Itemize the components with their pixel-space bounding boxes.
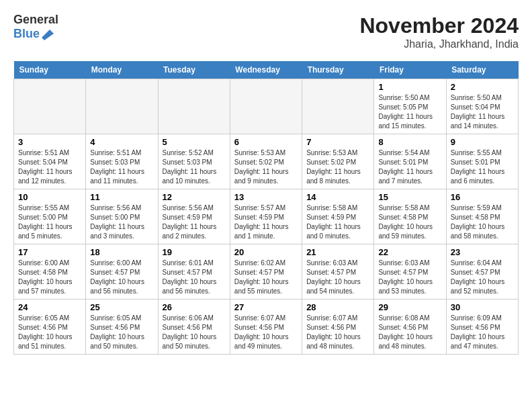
day-info: Sunrise: 5:56 AM Sunset: 5:00 PM Dayligh…: [90, 203, 153, 241]
calendar-cell: 30Sunrise: 6:09 AM Sunset: 4:56 PM Dayli…: [446, 300, 518, 355]
col-sunday: Sunday: [14, 61, 86, 79]
day-info: Sunrise: 6:02 AM Sunset: 4:57 PM Dayligh…: [234, 259, 298, 296]
calendar-cell: 29Sunrise: 6:08 AM Sunset: 4:56 PM Dayli…: [374, 300, 446, 355]
col-saturday: Saturday: [446, 61, 518, 79]
day-number: 30: [451, 302, 514, 312]
day-info: Sunrise: 5:59 AM Sunset: 4:58 PM Dayligh…: [451, 203, 514, 241]
calendar-cell: 26Sunrise: 6:06 AM Sunset: 4:56 PM Dayli…: [158, 300, 230, 355]
day-number: 6: [234, 137, 298, 147]
calendar-cell: 19Sunrise: 6:01 AM Sunset: 4:57 PM Dayli…: [158, 244, 230, 300]
calendar-cell: 2Sunrise: 5:50 AM Sunset: 5:04 PM Daylig…: [446, 79, 518, 134]
day-number: 17: [18, 247, 81, 257]
day-number: 4: [90, 137, 153, 147]
day-number: 3: [18, 137, 81, 147]
logo-general: General: [13, 13, 58, 27]
title-block: November 2024 Jharia, Jharkhand, India: [359, 13, 519, 50]
month-title: November 2024: [359, 13, 519, 38]
calendar-cell: 3Sunrise: 5:51 AM Sunset: 5:04 PM Daylig…: [14, 134, 86, 189]
day-info: Sunrise: 5:55 AM Sunset: 5:01 PM Dayligh…: [451, 148, 514, 186]
calendar-header: Sunday Monday Tuesday Wednesday Thursday…: [14, 61, 519, 79]
calendar-cell: 18Sunrise: 6:00 AM Sunset: 4:57 PM Dayli…: [86, 244, 158, 300]
calendar-cell: 13Sunrise: 5:57 AM Sunset: 4:59 PM Dayli…: [230, 189, 302, 244]
day-info: Sunrise: 5:50 AM Sunset: 5:05 PM Dayligh…: [378, 93, 441, 131]
day-number: 11: [90, 192, 153, 202]
day-info: Sunrise: 5:53 AM Sunset: 5:02 PM Dayligh…: [234, 148, 298, 186]
day-info: Sunrise: 5:50 AM Sunset: 5:04 PM Dayligh…: [451, 93, 514, 131]
day-number: 2: [451, 82, 514, 92]
day-info: Sunrise: 5:58 AM Sunset: 4:59 PM Dayligh…: [306, 203, 369, 241]
day-number: 23: [451, 247, 514, 257]
calendar-cell: 7Sunrise: 5:53 AM Sunset: 5:02 PM Daylig…: [302, 134, 374, 189]
day-number: 8: [378, 137, 441, 147]
day-info: Sunrise: 5:57 AM Sunset: 4:59 PM Dayligh…: [234, 203, 298, 241]
day-number: 16: [451, 192, 514, 202]
day-number: 21: [306, 247, 369, 257]
calendar-cell: 16Sunrise: 5:59 AM Sunset: 4:58 PM Dayli…: [446, 189, 518, 244]
day-info: Sunrise: 5:54 AM Sunset: 5:01 PM Dayligh…: [378, 148, 441, 186]
day-info: Sunrise: 6:05 AM Sunset: 4:56 PM Dayligh…: [90, 314, 153, 351]
day-info: Sunrise: 6:07 AM Sunset: 4:56 PM Dayligh…: [306, 314, 369, 351]
day-info: Sunrise: 5:53 AM Sunset: 5:02 PM Dayligh…: [306, 148, 369, 186]
day-number: 9: [451, 137, 514, 147]
day-info: Sunrise: 6:00 AM Sunset: 4:57 PM Dayligh…: [90, 259, 153, 296]
day-info: Sunrise: 5:51 AM Sunset: 5:03 PM Dayligh…: [90, 148, 153, 186]
day-info: Sunrise: 5:56 AM Sunset: 4:59 PM Dayligh…: [163, 203, 226, 241]
day-info: Sunrise: 6:08 AM Sunset: 4:56 PM Dayligh…: [378, 314, 441, 351]
calendar-cell: [14, 79, 86, 134]
col-tuesday: Tuesday: [158, 61, 230, 79]
calendar-cell: 22Sunrise: 6:03 AM Sunset: 4:57 PM Dayli…: [374, 244, 446, 300]
calendar-cell: 6Sunrise: 5:53 AM Sunset: 5:02 PM Daylig…: [230, 134, 302, 189]
col-friday: Friday: [374, 61, 446, 79]
calendar-cell: 21Sunrise: 6:03 AM Sunset: 4:57 PM Dayli…: [302, 244, 374, 300]
day-number: 1: [378, 82, 441, 92]
day-info: Sunrise: 5:55 AM Sunset: 5:00 PM Dayligh…: [18, 203, 81, 241]
calendar-cell: [230, 79, 302, 134]
day-info: Sunrise: 6:00 AM Sunset: 4:58 PM Dayligh…: [18, 259, 81, 296]
day-number: 27: [234, 302, 298, 312]
calendar-cell: 24Sunrise: 6:05 AM Sunset: 4:56 PM Dayli…: [14, 300, 86, 355]
day-number: 14: [306, 192, 369, 202]
day-info: Sunrise: 6:06 AM Sunset: 4:56 PM Dayligh…: [163, 314, 226, 351]
day-number: 24: [18, 302, 81, 312]
day-info: Sunrise: 6:03 AM Sunset: 4:57 PM Dayligh…: [378, 259, 441, 296]
day-number: 19: [163, 247, 226, 257]
col-thursday: Thursday: [302, 61, 374, 79]
page-header: General Blue November 2024 Jharia, Jhark…: [13, 13, 519, 50]
calendar-cell: 5Sunrise: 5:52 AM Sunset: 5:03 PM Daylig…: [158, 134, 230, 189]
week-row-4: 24Sunrise: 6:05 AM Sunset: 4:56 PM Dayli…: [14, 300, 519, 355]
calendar-cell: 4Sunrise: 5:51 AM Sunset: 5:03 PM Daylig…: [86, 134, 158, 189]
calendar-cell: 23Sunrise: 6:04 AM Sunset: 4:57 PM Dayli…: [446, 244, 518, 300]
day-number: 13: [234, 192, 298, 202]
svg-marker-0: [42, 30, 56, 40]
calendar-cell: 27Sunrise: 6:07 AM Sunset: 4:56 PM Dayli…: [230, 300, 302, 355]
day-info: Sunrise: 6:04 AM Sunset: 4:57 PM Dayligh…: [451, 259, 514, 296]
calendar-cell: [302, 79, 374, 134]
day-number: 7: [306, 137, 369, 147]
week-row-2: 10Sunrise: 5:55 AM Sunset: 5:00 PM Dayli…: [14, 189, 519, 244]
calendar-cell: [86, 79, 158, 134]
calendar-body: 1Sunrise: 5:50 AM Sunset: 5:05 PM Daylig…: [14, 79, 519, 355]
day-number: 25: [90, 302, 153, 312]
week-row-1: 3Sunrise: 5:51 AM Sunset: 5:04 PM Daylig…: [14, 134, 519, 189]
day-number: 22: [378, 247, 441, 257]
week-row-0: 1Sunrise: 5:50 AM Sunset: 5:05 PM Daylig…: [14, 79, 519, 134]
day-info: Sunrise: 6:03 AM Sunset: 4:57 PM Dayligh…: [306, 259, 369, 296]
day-info: Sunrise: 6:01 AM Sunset: 4:57 PM Dayligh…: [163, 259, 226, 296]
calendar-cell: [158, 79, 230, 134]
day-number: 18: [90, 247, 153, 257]
day-number: 20: [234, 247, 298, 257]
logo-icon: [42, 27, 56, 42]
calendar-cell: 8Sunrise: 5:54 AM Sunset: 5:01 PM Daylig…: [374, 134, 446, 189]
calendar-cell: 28Sunrise: 6:07 AM Sunset: 4:56 PM Dayli…: [302, 300, 374, 355]
day-info: Sunrise: 6:09 AM Sunset: 4:56 PM Dayligh…: [451, 314, 514, 351]
calendar-table: Sunday Monday Tuesday Wednesday Thursday…: [13, 61, 519, 355]
day-number: 5: [163, 137, 226, 147]
day-info: Sunrise: 6:05 AM Sunset: 4:56 PM Dayligh…: [18, 314, 81, 351]
calendar-cell: 12Sunrise: 5:56 AM Sunset: 4:59 PM Dayli…: [158, 189, 230, 244]
day-number: 12: [163, 192, 226, 202]
location-subtitle: Jharia, Jharkhand, India: [359, 38, 519, 50]
week-row-3: 17Sunrise: 6:00 AM Sunset: 4:58 PM Dayli…: [14, 244, 519, 300]
day-number: 10: [18, 192, 81, 202]
day-info: Sunrise: 5:58 AM Sunset: 4:58 PM Dayligh…: [378, 203, 441, 241]
day-number: 15: [378, 192, 441, 202]
